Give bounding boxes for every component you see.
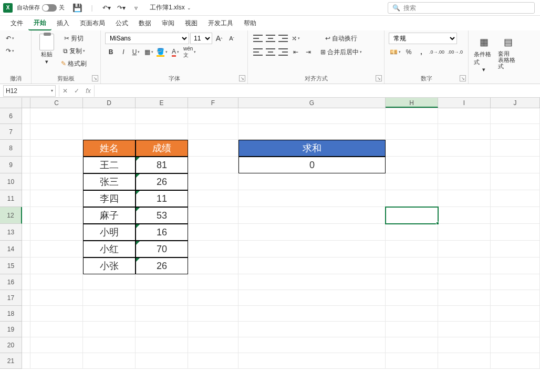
align-center-button[interactable] xyxy=(265,46,276,58)
increase-indent-button[interactable]: ⇥ xyxy=(303,46,314,58)
cell-H18[interactable] xyxy=(386,306,438,322)
cell-F14[interactable] xyxy=(188,241,238,257)
cell-I21[interactable] xyxy=(438,353,491,369)
row-header-10[interactable]: 10 xyxy=(0,173,22,190)
cell-H19[interactable] xyxy=(386,322,438,337)
cell-E16[interactable] xyxy=(136,274,188,290)
align-top-button[interactable] xyxy=(252,33,264,44)
cell-H12[interactable] xyxy=(386,207,438,224)
cell-B15[interactable] xyxy=(22,257,30,274)
row-header-18[interactable]: 18 xyxy=(0,306,22,322)
cell-H9[interactable] xyxy=(386,157,438,173)
cell-E14[interactable]: 70 xyxy=(136,241,188,257)
cell-J11[interactable] xyxy=(491,190,540,207)
cell-J20[interactable] xyxy=(491,337,540,353)
font-name-select[interactable]: MiSans xyxy=(105,33,189,44)
cell-F20[interactable] xyxy=(188,337,238,353)
tab-home[interactable]: 开始 xyxy=(28,16,51,30)
cell-C14[interactable] xyxy=(30,241,83,257)
cell-B11[interactable] xyxy=(22,190,30,207)
cell-F19[interactable] xyxy=(188,322,238,337)
tab-layout[interactable]: 页面布局 xyxy=(75,17,110,30)
cell-D20[interactable] xyxy=(83,337,136,353)
cell-I19[interactable] xyxy=(438,322,491,337)
row-header-17[interactable]: 17 xyxy=(0,290,22,306)
cell-D18[interactable] xyxy=(83,306,136,322)
row-header-20[interactable]: 20 xyxy=(0,337,22,353)
redo-split-button[interactable]: ↷▾ xyxy=(4,45,16,57)
cell-C19[interactable] xyxy=(30,322,83,337)
percent-button[interactable]: % xyxy=(403,46,414,58)
cell-I17[interactable] xyxy=(438,290,491,306)
cell-I12[interactable] xyxy=(438,207,491,224)
tab-developer[interactable]: 开发工具 xyxy=(203,17,238,30)
cell-J19[interactable] xyxy=(491,322,540,337)
row-header-11[interactable]: 11 xyxy=(0,190,22,207)
cell-J7[interactable] xyxy=(491,124,540,140)
cell-F16[interactable] xyxy=(188,274,238,290)
decrease-indent-button[interactable]: ⇤ xyxy=(290,46,302,58)
cell-E7[interactable] xyxy=(136,124,188,140)
search-input[interactable]: 🔍 搜索 xyxy=(388,2,535,14)
col-header-j[interactable]: J xyxy=(491,98,540,108)
row-header-19[interactable]: 19 xyxy=(0,322,22,337)
cell-C17[interactable] xyxy=(30,290,83,306)
cell-J14[interactable] xyxy=(491,241,540,257)
decrease-decimal-button[interactable]: .00→.0 xyxy=(446,46,464,58)
cell-J12[interactable] xyxy=(491,207,540,224)
italic-button[interactable]: I xyxy=(118,46,129,58)
number-format-select[interactable]: 常规 xyxy=(389,33,457,44)
cell-G10[interactable] xyxy=(238,173,386,190)
cell-E12[interactable]: 53 xyxy=(136,207,188,224)
row-header-8[interactable]: 8 xyxy=(0,140,22,157)
row-header-6[interactable]: 6 xyxy=(0,108,22,124)
cell-E8[interactable]: 成绩 xyxy=(136,140,188,157)
cell-D17[interactable] xyxy=(83,290,136,306)
cell-J16[interactable] xyxy=(491,274,540,290)
alignment-dialog-launcher[interactable]: ↘ xyxy=(376,75,382,81)
cell-F6[interactable] xyxy=(188,108,238,124)
formula-input[interactable] xyxy=(95,85,540,97)
cell-J18[interactable] xyxy=(491,306,540,322)
cell-H7[interactable] xyxy=(386,124,438,140)
row-header-7[interactable]: 7 xyxy=(0,124,22,140)
cell-F9[interactable] xyxy=(188,157,238,173)
name-box[interactable]: H12 ▾ xyxy=(3,85,56,97)
cell-I7[interactable] xyxy=(438,124,491,140)
cell-G19[interactable] xyxy=(238,322,386,337)
cell-F17[interactable] xyxy=(188,290,238,306)
cell-D9[interactable]: 王二 xyxy=(83,157,136,173)
align-left-button[interactable] xyxy=(252,46,264,58)
cell-C20[interactable] xyxy=(30,337,83,353)
cell-B10[interactable] xyxy=(22,173,30,190)
cell-C7[interactable] xyxy=(30,124,83,140)
cell-C9[interactable] xyxy=(30,157,83,173)
row-header-14[interactable]: 14 xyxy=(0,241,22,257)
save-button[interactable]: 💾 xyxy=(71,2,84,14)
toggle-switch-icon[interactable] xyxy=(42,4,57,12)
format-as-table-button[interactable]: ▤ 套用 表格格式 xyxy=(497,33,519,70)
tab-formulas[interactable]: 公式 xyxy=(110,17,133,30)
cell-D10[interactable]: 张三 xyxy=(83,173,136,190)
cell-D21[interactable] xyxy=(83,353,136,369)
cell-H21[interactable] xyxy=(386,353,438,369)
tab-view[interactable]: 视图 xyxy=(180,17,203,30)
tab-insert[interactable]: 插入 xyxy=(51,17,75,30)
cell-H8[interactable] xyxy=(386,140,438,157)
cell-G16[interactable] xyxy=(238,274,386,290)
cell-F13[interactable] xyxy=(188,224,238,241)
cell-I10[interactable] xyxy=(438,173,491,190)
cell-G21[interactable] xyxy=(238,353,386,369)
row-header-9[interactable]: 9 xyxy=(0,157,22,173)
cell-I14[interactable] xyxy=(438,241,491,257)
insert-function-button[interactable]: fx xyxy=(82,85,94,97)
cell-B21[interactable] xyxy=(22,353,30,369)
col-header-partial[interactable] xyxy=(22,98,30,108)
cell-B7[interactable] xyxy=(22,124,30,140)
cell-C16[interactable] xyxy=(30,274,83,290)
cell-B13[interactable] xyxy=(22,224,30,241)
comma-button[interactable]: , xyxy=(416,46,427,58)
accounting-format-button[interactable]: 💴▾ xyxy=(389,46,402,58)
cell-D14[interactable]: 小红 xyxy=(83,241,136,257)
cell-G17[interactable] xyxy=(238,290,386,306)
